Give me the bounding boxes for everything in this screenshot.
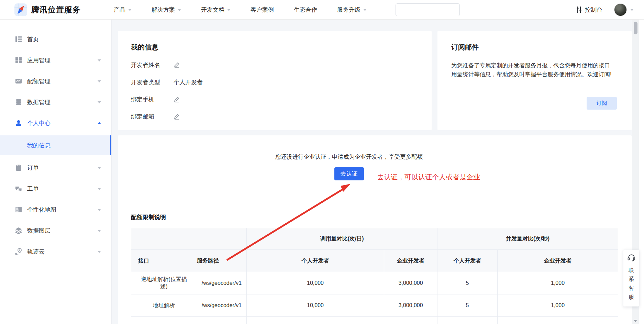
console-label: 控制台 (585, 6, 602, 14)
certification-quota-card: 您还没进行企业认证，申请成为企业开发者，享受更多配额 去认证 去认证，可以认证个… (118, 135, 632, 324)
sidebar-item-personal-center[interactable]: 个人中心 (0, 114, 111, 132)
field-label: 开发者类型 (131, 78, 174, 86)
sidebar-item-tickets[interactable]: 工单 (0, 180, 111, 197)
table-column-header-row: 接口 服务路径 个人开发者 企业开发者 个人开发者 企业开发者 (131, 250, 618, 272)
cell-path: /ws/geocoder/v1 (190, 294, 247, 317)
nav-item-products[interactable]: 产品 (114, 6, 132, 14)
topbar-right: 控制台 (576, 3, 634, 16)
cell-enterprise-daily: 3,000,000 (384, 272, 437, 294)
main-content: 我的信息 开发者姓名 开发者类型 个人开发者 绑定手机 绑定邮 (112, 20, 632, 324)
database-icon (15, 99, 22, 105)
col-header-personal-daily: 个人开发者 (247, 250, 384, 272)
nav-item-upgrade[interactable]: 服务升级 (337, 6, 367, 14)
red-annotation-text: 去认证，可以认证个人或者是企业 (377, 172, 480, 182)
edit-pencil-icon[interactable] (174, 114, 179, 120)
custom-map-icon (15, 206, 22, 213)
sidebar-item-home[interactable]: 首页 (0, 31, 111, 48)
nav-label: 产品 (114, 6, 125, 14)
sidebar-item-label: 配额管理 (27, 77, 51, 85)
chevron-down-icon (98, 251, 101, 253)
chevron-down-icon[interactable] (630, 9, 634, 11)
cell-personal-qps: 5 (437, 272, 498, 294)
cell-path: /ws/geocoder/v1 (190, 272, 247, 294)
nav-item-ecosystem[interactable]: 生态合作 (294, 6, 317, 14)
cell-enterprise-qps: 200 (498, 317, 618, 324)
order-clipboard-icon (15, 164, 22, 171)
quota-chart-icon (15, 78, 22, 85)
chevron-down-icon (178, 9, 181, 11)
cell-enterprise-qps: 1,000 (498, 272, 618, 294)
headset-icon (628, 254, 635, 261)
nav-label: 解决方案 (152, 6, 175, 14)
sidebar-item-app-management[interactable]: 应用管理 (0, 52, 111, 69)
info-row-bind-phone: 绑定手机 (131, 96, 432, 103)
sidebar-item-custom-map[interactable]: 个性化地图 (0, 201, 111, 218)
col-header-personal-qps: 个人开发者 (437, 250, 498, 272)
col-header-enterprise-daily: 企业开发者 (384, 250, 437, 272)
search-box[interactable] (396, 3, 460, 16)
chevron-down-icon (363, 9, 367, 11)
cell-api: 逆地址解析(位置描述) (131, 272, 190, 294)
sidebar-item-label: 数据管理 (27, 98, 51, 106)
field-label: 绑定手机 (131, 96, 174, 103)
chevron-down-icon (98, 167, 101, 169)
avatar[interactable] (614, 3, 627, 16)
contact-support-label: 联系客服 (629, 266, 634, 302)
search-input[interactable] (399, 4, 468, 15)
nav-label: 客户案例 (251, 6, 274, 14)
sidebar-item-orders[interactable]: 订单 (0, 159, 111, 176)
sidebar-item-label: 数据图层 (27, 227, 51, 235)
nav-item-cases[interactable]: 客户案例 (251, 6, 274, 14)
col-header-enterprise-qps: 企业开发者 (498, 250, 618, 272)
home-list-icon (15, 36, 22, 43)
subscribe-description: 为您准备了专属定制的开发者服务月报，包含您每月使用的接口用量统计等信息，帮助您及… (451, 61, 613, 79)
nav-label: 生态合作 (294, 6, 317, 14)
sidebar-item-label: 工单 (27, 185, 39, 193)
sidebar-item-track-cloud[interactable]: 轨迹云 (0, 243, 111, 260)
user-icon (15, 120, 22, 126)
scrollbar-thumb[interactable] (634, 22, 637, 34)
ticket-chat-icon (15, 185, 22, 192)
top-navigation: 产品 解决方案 开发文档 客户案例 生态合作 服务升级 (114, 6, 387, 14)
edit-pencil-icon[interactable] (174, 62, 179, 68)
nav-item-docs[interactable]: 开发文档 (201, 6, 231, 14)
my-info-title: 我的信息 (131, 43, 432, 52)
brand[interactable]: 腾讯位置服务 (14, 3, 81, 16)
nav-item-solutions[interactable]: 解决方案 (152, 6, 181, 14)
cell-api: 地点搜索 (131, 317, 190, 324)
quota-table-title: 配额限制说明 (131, 213, 632, 221)
console-link[interactable]: 控制台 (576, 6, 602, 14)
layers-icon (15, 227, 22, 234)
brand-title: 腾讯位置服务 (31, 4, 81, 15)
apps-grid-icon (15, 57, 22, 64)
subscribe-button[interactable]: 订阅 (587, 97, 617, 110)
table-group-header-row: 调用量对比(次/日) 并发量对比(次/秒) (131, 228, 618, 250)
sidebar-item-label: 订单 (27, 164, 39, 172)
chevron-down-icon (128, 9, 132, 11)
table-row: 逆地址解析(位置描述) /ws/geocoder/v1 10,000 3,000… (131, 272, 618, 294)
compass-logo-icon (14, 3, 27, 16)
sidebar-item-data-management[interactable]: 数据管理 (0, 93, 111, 111)
info-row-developer-name: 开发者姓名 (131, 61, 432, 69)
my-info-card: 我的信息 开发者姓名 开发者类型 个人开发者 绑定手机 绑定邮 (118, 31, 432, 130)
cell-personal-qps: 5 (437, 294, 498, 317)
nav-label: 服务升级 (337, 6, 360, 14)
contact-support-widget[interactable]: 联系客服 (623, 250, 639, 306)
chevron-down-icon (98, 80, 101, 82)
cell-personal-qps: 5 (437, 317, 498, 324)
col-header-path: 服务路径 (190, 250, 247, 272)
empty-header-cell (131, 228, 190, 250)
sidebar-item-quota-management[interactable]: 配额管理 (0, 72, 111, 90)
go-certify-button[interactable]: 去认证 (334, 167, 364, 180)
certification-section: 您还没进行企业认证，申请成为企业开发者，享受更多配额 去认证 (118, 153, 580, 180)
subscribe-card: 订阅邮件 为您准备了专属定制的开发者服务月报，包含您每月使用的接口用量统计等信息… (437, 31, 632, 130)
cell-enterprise-qps: 1,000 (498, 294, 618, 317)
chevron-down-icon (98, 209, 101, 211)
scrollbar-down-arrow-icon[interactable] (634, 320, 637, 322)
sidebar-subitem-my-info[interactable]: 我的信息 (0, 135, 111, 155)
sidebar-item-data-layers[interactable]: 数据图层 (0, 222, 111, 239)
edit-pencil-icon[interactable] (174, 97, 179, 102)
sidebar-item-label: 首页 (27, 35, 39, 43)
cell-personal-daily: 10,000 (247, 317, 384, 324)
quota-table: 调用量对比(次/日) 并发量对比(次/秒) 接口 服务路径 个人开发者 企业开发… (131, 228, 618, 324)
